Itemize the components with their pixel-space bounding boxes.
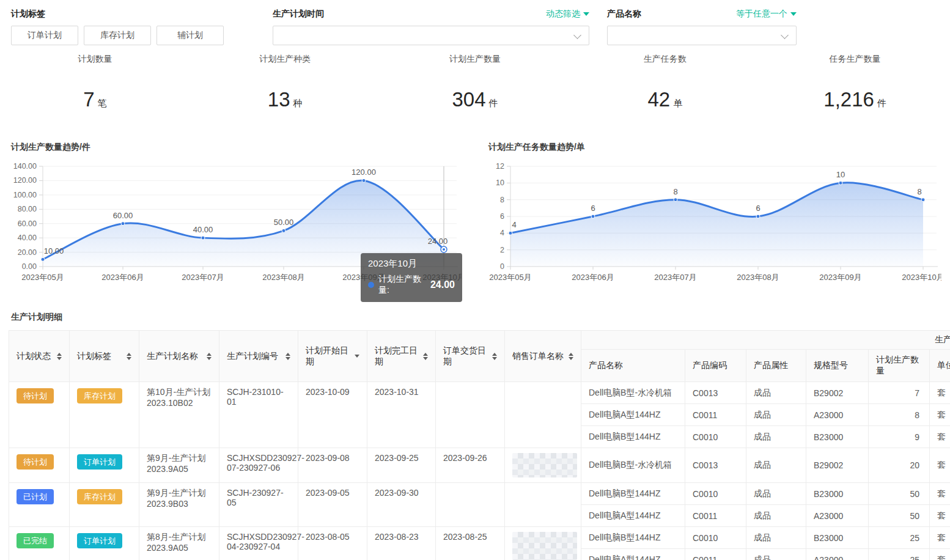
plan-name-cell: 第9月-生产计划 2023.9A05 bbox=[139, 448, 219, 483]
svg-text:12: 12 bbox=[496, 162, 504, 171]
svg-text:50.00: 50.00 bbox=[274, 218, 294, 227]
product-code-cell: C0011 bbox=[685, 404, 746, 426]
caret-down-icon bbox=[583, 12, 589, 16]
svg-text:60.00: 60.00 bbox=[18, 219, 37, 228]
product-column-header[interactable]: 计划生产数量 bbox=[869, 350, 930, 382]
table-row[interactable]: 已完结订单计划第8月-生产计划 2023.9A05SCJHXSDD230927-… bbox=[9, 527, 950, 549]
redacted-content bbox=[512, 532, 577, 560]
plan-finish-date-cell: 2023-09-25 bbox=[367, 448, 436, 483]
svg-text:2023年07月: 2023年07月 bbox=[182, 273, 224, 282]
column-header[interactable]: 计划状态 bbox=[9, 331, 70, 382]
svg-text:80.00: 80.00 bbox=[18, 205, 37, 213]
product-column-header[interactable]: 产品名称 bbox=[581, 350, 685, 382]
chart-title: 计划生产数量趋势/件 bbox=[9, 142, 462, 160]
plan-qty-cell: 25 bbox=[869, 527, 930, 549]
chevron-down-icon bbox=[573, 31, 581, 39]
plan-tag-cell: 订单计划 bbox=[70, 448, 139, 483]
table-row[interactable]: 已计划库存计划第9月-生产计划 2023.9B03SCJH-230927-052… bbox=[9, 483, 950, 505]
product-name-select[interactable] bbox=[607, 26, 797, 45]
column-header[interactable]: 订单交货日期 bbox=[436, 331, 505, 382]
plan-tag-cell: 订单计划 bbox=[70, 527, 139, 560]
plan-time-filter-mode-link[interactable]: 动态筛选 bbox=[546, 9, 589, 20]
table-row[interactable]: 待计划库存计划第10月-生产计划 2023.10B02SCJH-231010-0… bbox=[9, 382, 950, 404]
line-chart-task-qty: 0246810122023年05月2023年06月2023年07月2023年08… bbox=[486, 160, 941, 289]
svg-text:0.00: 0.00 bbox=[22, 262, 37, 271]
plan-time-select[interactable] bbox=[273, 26, 589, 45]
column-header[interactable]: 销售订单名称 bbox=[505, 331, 581, 382]
plan-name-cell: 第8月-生产计划 2023.9A05 bbox=[139, 527, 219, 560]
sales-order-cell bbox=[505, 448, 581, 483]
plan-tag-cell: 库存计划 bbox=[70, 483, 139, 527]
svg-text:140.00: 140.00 bbox=[13, 162, 37, 171]
product-spec-cell: B29002 bbox=[806, 448, 869, 483]
product-attr-cell: 成品 bbox=[746, 505, 806, 527]
product-attr-cell: 成品 bbox=[746, 448, 806, 483]
svg-text:6: 6 bbox=[500, 212, 504, 221]
line-chart-plan-qty: 0.0020.0040.0060.0080.00100.00120.00140.… bbox=[9, 160, 462, 289]
plan-finish-date-cell: 2023-09-30 bbox=[367, 483, 436, 527]
product-name-cell: Dell电脑B型144HZ bbox=[581, 426, 685, 448]
redacted-content bbox=[512, 453, 577, 477]
column-header[interactable]: 计划开始日期 bbox=[298, 331, 367, 382]
plan-tag-option-order[interactable]: 订单计划 bbox=[11, 26, 78, 45]
status-badge: 已计划 bbox=[17, 489, 54, 504]
kpi-plan-types: 计划生产种类 13种 bbox=[190, 54, 380, 111]
product-column-header[interactable]: 规格型号 bbox=[806, 350, 869, 382]
product-attr-cell: 成品 bbox=[746, 404, 806, 426]
table-row[interactable]: 待计划订单计划第9月-生产计划 2023.9A05SCJHXSDD230927-… bbox=[9, 448, 950, 483]
svg-text:2023年09月: 2023年09月 bbox=[819, 273, 861, 282]
unit-cell: 套 bbox=[930, 448, 950, 483]
plan-qty-cell: 9 bbox=[869, 426, 930, 448]
product-name-cell: Dell电脑A型144HZ bbox=[581, 404, 685, 426]
column-header[interactable]: 计划完工日期 bbox=[367, 331, 436, 382]
plan-code-cell: SCJHXSDD230927-04-230927-04 bbox=[219, 527, 298, 560]
plan-name-cell: 第10月-生产计划 2023.10B02 bbox=[139, 382, 219, 448]
column-header[interactable]: 生产计划名称 bbox=[139, 331, 219, 382]
table-scroll-container[interactable]: 计划状态计划标签生产计划名称生产计划编号计划开始日期计划完工日期订单交货日期销售… bbox=[9, 330, 950, 560]
sort-icon bbox=[127, 353, 131, 360]
svg-text:10.00: 10.00 bbox=[44, 246, 64, 256]
kpi-unit: 笔 bbox=[98, 98, 107, 108]
sales-order-cell bbox=[505, 527, 581, 560]
plan-tag-option-aux[interactable]: 辅计划 bbox=[156, 26, 224, 45]
product-spec-cell: B23000 bbox=[806, 527, 869, 549]
product-column-header[interactable]: 产品编码 bbox=[685, 350, 746, 382]
plan-qty-cell: 50 bbox=[869, 483, 930, 505]
svg-text:24.00: 24.00 bbox=[428, 237, 448, 246]
plan-status-cell: 已计划 bbox=[9, 483, 70, 527]
svg-text:100.00: 100.00 bbox=[13, 191, 37, 199]
plan-qty-cell: 25 bbox=[869, 549, 930, 560]
kpi-value: 42 bbox=[647, 88, 670, 111]
product-spec-cell: B23000 bbox=[806, 483, 869, 505]
svg-text:4: 4 bbox=[512, 220, 516, 229]
product-name-cell: Dell电脑A型144HZ bbox=[581, 505, 685, 527]
kpi-task-qty: 任务生产数量 1,216件 bbox=[760, 54, 950, 111]
column-header[interactable]: 计划标签 bbox=[70, 331, 139, 382]
product-filter-mode-link[interactable]: 等于任意一个 bbox=[736, 9, 797, 20]
sort-icon bbox=[207, 353, 212, 360]
kpi-unit: 件 bbox=[877, 98, 886, 108]
product-column-header[interactable]: 单位 bbox=[930, 350, 950, 382]
svg-text:10: 10 bbox=[836, 170, 845, 179]
unit-cell: 套 bbox=[930, 549, 950, 560]
caret-down-icon bbox=[790, 12, 797, 16]
svg-text:2023年08月: 2023年08月 bbox=[262, 273, 304, 282]
product-attr-cell: 成品 bbox=[746, 549, 806, 560]
plan-status-cell: 已完结 bbox=[9, 527, 70, 560]
svg-text:40.00: 40.00 bbox=[18, 234, 37, 242]
product-code-cell: C0011 bbox=[685, 505, 746, 527]
column-header[interactable]: 生产计划编号 bbox=[219, 331, 298, 382]
plan-tag-option-stock[interactable]: 库存计划 bbox=[84, 26, 151, 45]
product-column-header[interactable]: 产品属性 bbox=[746, 350, 806, 382]
tag-badge: 库存计划 bbox=[77, 388, 122, 403]
plan-tag-label: 计划标签 bbox=[11, 9, 45, 20]
kpi-task-count: 生产任务数 42单 bbox=[570, 54, 760, 111]
charts-row: 计划生产数量趋势/件 0.0020.0040.0060.0080.00100.0… bbox=[0, 142, 950, 291]
svg-text:40.00: 40.00 bbox=[193, 225, 213, 234]
svg-text:6: 6 bbox=[591, 204, 595, 213]
plan-qty-cell: 20 bbox=[869, 448, 930, 483]
plan-code-cell: SCJHXSDD230927-07-230927-06 bbox=[219, 448, 298, 483]
svg-text:2023年10月: 2023年10月 bbox=[422, 273, 462, 282]
unit-cell: 套 bbox=[930, 505, 950, 527]
unit-cell: 套 bbox=[930, 382, 950, 404]
